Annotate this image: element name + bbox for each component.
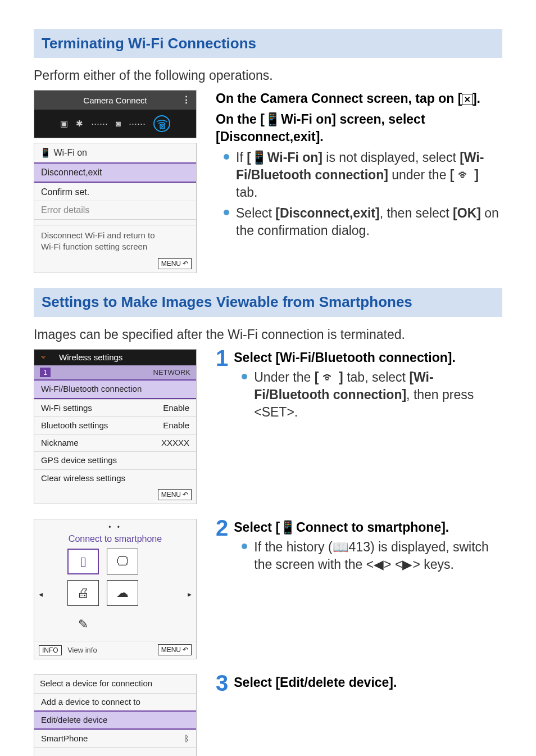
section1-intro: Perform either of the following operatio… bbox=[34, 67, 502, 84]
wifi-disconnect-circle-icon bbox=[153, 115, 170, 132]
step-number-1: 1 bbox=[216, 347, 228, 369]
menu-back-button: MENU↶ bbox=[158, 489, 192, 500]
step2-title: Select [📱Connect to smartphone]. bbox=[234, 519, 502, 536]
instr-wifi-on-select: On the [📱Wi-Fi on] screen, select [Disco… bbox=[216, 111, 502, 146]
remote-icon: ✎ bbox=[67, 612, 99, 637]
screenshot-wifi-on-menu: 📱 Wi-Fi on Disconnect,exit Confirm set. … bbox=[34, 143, 197, 273]
camera-icon: ◙ bbox=[116, 118, 121, 129]
menu-item-confirm-set: Confirm set. bbox=[34, 183, 196, 201]
section-heading-1: Terminating Wi-Fi Connections bbox=[34, 29, 502, 58]
view-info-label: View info bbox=[67, 645, 97, 655]
dots-sep-icon: ⋯⋯ bbox=[129, 118, 146, 129]
ws-row-gps: GPS device settings bbox=[34, 451, 196, 469]
screenshot-select-device: Select a device for connection Add a dev… bbox=[34, 674, 197, 756]
smartphone-icon: ▯ bbox=[67, 549, 99, 574]
ws-row-nickname: NicknameXXXXX bbox=[34, 434, 196, 451]
left-arrow-icon: ◂ bbox=[39, 589, 43, 600]
cts-title: Connect to smartphone bbox=[34, 532, 196, 549]
info-button: INFO bbox=[39, 645, 62, 655]
step-number-3: 3 bbox=[216, 672, 228, 694]
menu-item-disconnect-exit: Disconnect,exit bbox=[34, 162, 196, 183]
menu-back-button: MENU↶ bbox=[158, 258, 192, 269]
sd-row-edit-delete: Edit/delete device bbox=[34, 710, 196, 730]
subtab-1: 1 bbox=[40, 368, 51, 378]
antenna-tab-icon: ᯤ bbox=[34, 350, 54, 365]
sd-title: Select a device for connection bbox=[34, 674, 196, 692]
section-heading-2: Settings to Make Images Viewable from Sm… bbox=[34, 288, 502, 316]
ws-row-wifi-settings: Wi-Fi settingsEnable bbox=[34, 399, 196, 417]
sd-row-add-device: Add a device to connect to bbox=[34, 693, 196, 710]
wifi-menu-title: Wi-Fi on bbox=[53, 148, 87, 157]
ws-title: Wireless settings bbox=[54, 350, 127, 365]
page-dots-icon: • • bbox=[34, 519, 196, 532]
section2-intro: Images can be specified after the Wi-Fi … bbox=[34, 326, 502, 343]
printer-icon: 🖨 bbox=[67, 580, 99, 606]
wifi-menu-hint: Disconnect Wi-Fi and return to Wi-Fi fun… bbox=[34, 225, 196, 256]
network-label: NETWORK bbox=[153, 368, 190, 378]
step3-title: Select [Edit/delete device]. bbox=[234, 674, 502, 691]
screenshot-wireless-settings: ᯤ Wireless settings 1 NETWORK Wi-Fi/Blue… bbox=[34, 349, 197, 504]
phone-icon: 📱 bbox=[40, 148, 51, 157]
screenshot-camera-connect: Camera Connect ⋮ ▣ ✱ ⋯⋯ ◙ ⋯⋯ bbox=[34, 90, 197, 138]
step1-bullet: Under the [ ᯤ ] tab, select [Wi-Fi/Bluet… bbox=[242, 369, 502, 421]
sd-row-smartphone: SmartPhoneᛒ bbox=[34, 730, 196, 747]
menu-back-button: MENU↶ bbox=[158, 644, 192, 655]
screenshot-connect-to-smartphone: • • Connect to smartphone ◂ ▯ 🖵 🖨 ☁ ✎ ▸ … bbox=[34, 519, 197, 659]
ws-row-clear-wireless: Clear wireless settings bbox=[34, 469, 196, 487]
step-number-2: 2 bbox=[216, 517, 228, 539]
bullet-select-disconnect-ok: Select [Disconnect,exit], then select [O… bbox=[224, 205, 502, 239]
menu-item-error-details: Error details bbox=[34, 201, 196, 219]
cloud-icon: ☁ bbox=[107, 580, 138, 606]
instr-tap-disconnect: On the Camera Connect screen, tap on [×]… bbox=[216, 90, 502, 107]
step2-bullet: If the history (📖413) is displayed, swit… bbox=[242, 538, 502, 573]
bullet-wifi-not-displayed: If [📱Wi-Fi on] is not displayed, select … bbox=[224, 149, 502, 201]
cc-title: Camera Connect bbox=[83, 96, 147, 105]
album-icon: ▣ bbox=[60, 118, 68, 129]
bluetooth-icon: ✱ bbox=[76, 118, 83, 129]
ws-row-wifi-bt-connection: Wi-Fi/Bluetooth connection bbox=[34, 379, 196, 399]
x-box-icon: × bbox=[462, 94, 473, 105]
kebab-menu-icon: ⋮ bbox=[182, 94, 190, 105]
right-arrow-icon: ▸ bbox=[188, 589, 192, 600]
dots-sep-icon: ⋯⋯ bbox=[91, 118, 108, 129]
step1-title: Select [Wi-Fi/Bluetooth connection]. bbox=[234, 349, 502, 366]
monitor-icon: 🖵 bbox=[107, 549, 138, 574]
ws-row-bluetooth-settings: Bluetooth settingsEnable bbox=[34, 417, 196, 434]
